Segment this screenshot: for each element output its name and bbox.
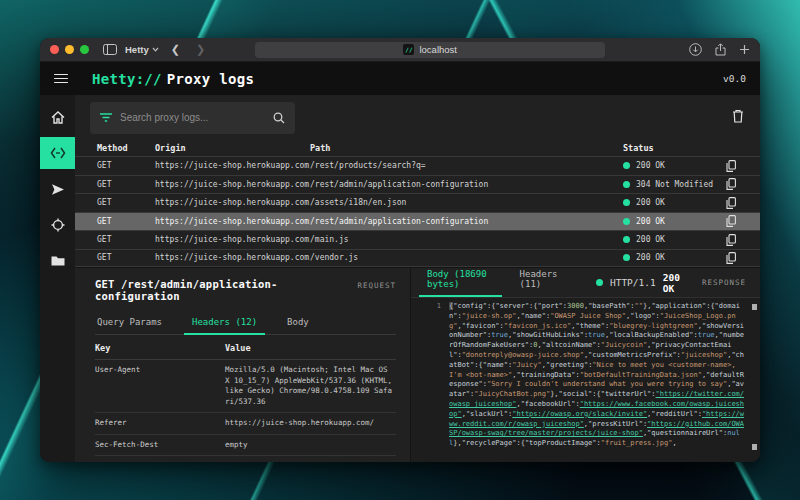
sidebar-toggle-icon[interactable] xyxy=(103,44,117,55)
browser-titlebar: Hetty ❮ ❯ // localhost xyxy=(40,38,760,62)
response-body-editor[interactable]: 1 {"config":{"server":{"port":3000,"base… xyxy=(411,298,760,462)
col-value: Value xyxy=(225,343,396,353)
sidebar-item-projects[interactable] xyxy=(40,245,75,277)
browser-window: Hetty ❮ ❯ // localhost xyxy=(40,38,760,462)
close-window-button[interactable] xyxy=(50,45,59,54)
line-number: 1 xyxy=(411,302,441,312)
request-title: GET /rest/admin/application-configuratio… xyxy=(95,278,357,302)
cell-method: GET xyxy=(97,161,155,170)
tab-headers-11[interactable]: Headers (11) xyxy=(518,269,566,296)
status-dot xyxy=(623,162,630,169)
status-text: 200 OK xyxy=(636,198,665,207)
download-icon[interactable] xyxy=(689,43,702,56)
cell-status: 200 OK xyxy=(623,161,726,170)
status-dot xyxy=(623,236,630,243)
status-dot xyxy=(623,181,630,188)
status-dot xyxy=(623,254,630,261)
cell-path: /rest/products/search?q= xyxy=(310,161,623,170)
version-badge: v0.0 xyxy=(723,73,746,84)
status-text: 200 OK xyxy=(636,161,665,170)
logo-text: Hetty:// xyxy=(92,71,162,87)
table-row[interactable]: GEThttps://juice-shop.herokuapp.com/rest… xyxy=(75,156,760,175)
sidebar-nav xyxy=(40,95,75,462)
col-key: Key xyxy=(95,343,225,353)
address-bar[interactable]: // localhost xyxy=(255,42,605,58)
copy-icon xyxy=(726,160,736,172)
page-title-text: Proxy logs xyxy=(167,71,254,87)
table-row[interactable]: GEThttps://juice-shop.herokuapp.com/vend… xyxy=(75,249,760,268)
tab-body-18690-bytes[interactable]: Body (18690 bytes) xyxy=(425,269,496,296)
page-title: Hetty://Proxy logs xyxy=(92,71,254,87)
cell-path: /rest/admin/application-configuration xyxy=(310,217,623,226)
copy-button[interactable] xyxy=(726,178,760,190)
app-menu-label: Hetty xyxy=(125,44,149,55)
minimize-window-button[interactable] xyxy=(65,45,74,54)
tab-headers-12[interactable]: Headers (12) xyxy=(190,317,259,334)
browser-app-menu[interactable]: Hetty xyxy=(125,44,159,55)
cell-origin: https://juice-shop.herokuapp.com xyxy=(155,253,310,262)
clear-logs-button[interactable] xyxy=(732,109,744,127)
sidebar-item-sender[interactable] xyxy=(40,173,75,205)
share-icon[interactable] xyxy=(715,43,726,56)
cell-status: 200 OK xyxy=(623,217,726,226)
sidebar-item-scope[interactable] xyxy=(40,209,75,241)
copy-icon xyxy=(726,178,736,190)
copy-icon xyxy=(726,197,736,209)
response-body-text: {"config":{"server":{"port":3000,"basePa… xyxy=(449,302,746,449)
response-tabbar: Body (18690 bytes)Headers (11) HTTP/1.1 … xyxy=(411,268,760,298)
cell-path: /assets/i18n/en.json xyxy=(310,198,623,207)
copy-button[interactable] xyxy=(726,215,760,227)
tab-query-params[interactable]: Query Params xyxy=(95,317,164,334)
tab-body[interactable]: Body xyxy=(285,317,311,334)
request-label: REQUEST xyxy=(357,281,396,290)
header-value: empty xyxy=(225,440,396,451)
cell-method: GET xyxy=(97,198,155,207)
back-button[interactable]: ❮ xyxy=(167,43,184,56)
table-row[interactable]: GEThttps://juice-shop.herokuapp.com/rest… xyxy=(75,175,760,194)
header-key: Accept-Language xyxy=(95,461,225,462)
table-row[interactable]: GEThttps://juice-shop.herokuapp.com/main… xyxy=(75,230,760,249)
status-protocol: HTTP/1.1 xyxy=(610,277,656,288)
search-input[interactable] xyxy=(120,112,265,123)
scrollbar-marker-top[interactable] xyxy=(752,304,757,310)
status-ok-dot xyxy=(596,279,603,286)
scrollbar-marker-bottom[interactable] xyxy=(752,444,757,450)
zoom-window-button[interactable] xyxy=(80,45,89,54)
table-row[interactable]: GEThttps://juice-shop.herokuapp.com/rest… xyxy=(75,212,760,231)
cell-status: 200 OK xyxy=(623,198,726,207)
table-row[interactable]: GEThttps://juice-shop.herokuapp.com/asse… xyxy=(75,193,760,212)
search-icon[interactable] xyxy=(273,112,285,124)
col-status: Status xyxy=(623,143,726,153)
copy-button[interactable] xyxy=(726,197,760,209)
response-status: HTTP/1.1 200 OK xyxy=(596,272,680,294)
sidebar-item-home[interactable] xyxy=(40,101,75,133)
forward-button[interactable]: ❯ xyxy=(192,43,209,56)
status-code: 200 OK xyxy=(663,272,680,294)
scope-icon xyxy=(51,218,65,232)
cell-method: GET xyxy=(97,253,155,262)
cell-origin: https://juice-shop.herokuapp.com xyxy=(155,198,310,207)
new-tab-icon[interactable] xyxy=(739,44,750,55)
cell-path: /rest/admin/application-configuration xyxy=(310,180,623,189)
cell-origin: https://juice-shop.herokuapp.com xyxy=(155,235,310,244)
search-box[interactable] xyxy=(90,102,295,134)
header-row: User-AgentMozilla/5.0 (Macintosh; Intel … xyxy=(95,360,396,413)
home-icon xyxy=(51,111,65,124)
filter-icon xyxy=(100,113,112,122)
table-header-row: Method Origin Path Status xyxy=(75,140,760,156)
copy-button[interactable] xyxy=(726,252,760,264)
desktop-background: Hetty ❮ ❯ // localhost xyxy=(0,0,800,500)
cell-status: 304 Not Modified xyxy=(623,180,726,189)
app-header: Hetty://Proxy logs v0.0 xyxy=(40,62,760,95)
header-key: Sec-Fetch-Dest xyxy=(95,440,225,451)
col-origin: Origin xyxy=(155,143,310,153)
response-tabs: Body (18690 bytes)Headers (11) xyxy=(425,269,566,296)
request-panel: GET /rest/admin/application-configuratio… xyxy=(75,268,410,462)
status-text: 200 OK xyxy=(636,217,665,226)
copy-button[interactable] xyxy=(726,160,760,172)
sidebar-item-proxy-logs[interactable] xyxy=(40,137,75,169)
copy-button[interactable] xyxy=(726,234,760,246)
menu-icon[interactable] xyxy=(54,74,68,84)
chevron-down-icon xyxy=(152,47,159,52)
status-text: 200 OK xyxy=(636,253,665,262)
